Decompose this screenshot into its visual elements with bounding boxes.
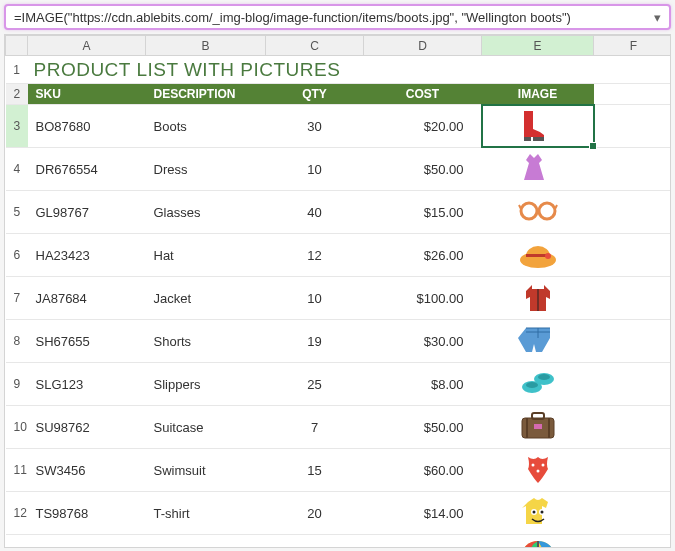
cell-description[interactable]: Umbrella <box>146 535 266 549</box>
cell-qty[interactable]: 30 <box>266 105 364 148</box>
cell-cost[interactable]: $100.00 <box>364 277 482 320</box>
glasses-icon <box>517 192 559 230</box>
cell-cost[interactable]: $8.00 <box>364 363 482 406</box>
cell-sku[interactable]: HA23423 <box>28 234 146 277</box>
header-sku[interactable]: SKU <box>28 84 146 105</box>
cell-description[interactable]: T-shirt <box>146 492 266 535</box>
cell-sku[interactable]: SH67655 <box>28 320 146 363</box>
cell-sku[interactable]: SU98762 <box>28 406 146 449</box>
cell-sku[interactable]: TS98768 <box>28 492 146 535</box>
cell-sku[interactable]: GL98767 <box>28 191 146 234</box>
table-row: 11 SW3456 Swimsuit 15 $60.00 <box>6 449 672 492</box>
cell-qty[interactable]: 19 <box>266 320 364 363</box>
row-header-4[interactable]: 4 <box>6 148 28 191</box>
col-header-B[interactable]: B <box>146 36 266 56</box>
cell-image[interactable] <box>482 105 594 148</box>
row-header-1[interactable]: 1 <box>6 56 28 84</box>
cell-sku[interactable]: SW3456 <box>28 449 146 492</box>
cell-cost[interactable]: $50.00 <box>364 406 482 449</box>
cell-cost[interactable]: $60.00 <box>364 449 482 492</box>
row-header-12[interactable]: 12 <box>6 492 28 535</box>
cell-qty[interactable]: 25 <box>266 535 364 549</box>
header-image[interactable]: IMAGE <box>482 84 594 105</box>
cell-qty[interactable]: 10 <box>266 148 364 191</box>
column-headers[interactable]: A B C D E F <box>6 36 672 56</box>
cell-sku[interactable]: BO87680 <box>28 105 146 148</box>
cell-image[interactable] <box>482 191 594 234</box>
cell-cost[interactable]: $30.00 <box>364 320 482 363</box>
cell-F11[interactable] <box>594 449 672 492</box>
row-header-13[interactable]: 13 <box>6 535 28 549</box>
cell-F9[interactable] <box>594 363 672 406</box>
cell-image[interactable] <box>482 234 594 277</box>
cell-cost[interactable]: $26.00 <box>364 234 482 277</box>
col-header-E[interactable]: E <box>482 36 594 56</box>
cell-qty[interactable]: 15 <box>266 449 364 492</box>
cell-F12[interactable] <box>594 492 672 535</box>
cell-image[interactable] <box>482 148 594 191</box>
cell-description[interactable]: Jacket <box>146 277 266 320</box>
formula-bar[interactable]: =IMAGE("https://cdn.ablebits.com/_img-bl… <box>4 4 671 30</box>
cell-description[interactable]: Slippers <box>146 363 266 406</box>
cell-image[interactable] <box>482 406 594 449</box>
cell-cost[interactable]: $18.00 <box>364 535 482 549</box>
cell-qty[interactable]: 20 <box>266 492 364 535</box>
col-header-D[interactable]: D <box>364 36 482 56</box>
cell-sku[interactable]: SLG123 <box>28 363 146 406</box>
row-header-11[interactable]: 11 <box>6 449 28 492</box>
cell-cost[interactable]: $15.00 <box>364 191 482 234</box>
row-header-9[interactable]: 9 <box>6 363 28 406</box>
header-desc[interactable]: DESCRIPTION <box>146 84 266 105</box>
cell-F6[interactable] <box>594 234 672 277</box>
row-header-7[interactable]: 7 <box>6 277 28 320</box>
cell-F8[interactable] <box>594 320 672 363</box>
row-header-2[interactable]: 2 <box>6 84 28 105</box>
cell-sku[interactable]: JA87684 <box>28 277 146 320</box>
col-header-A[interactable]: A <box>28 36 146 56</box>
cell-sku[interactable]: UM7875 <box>28 535 146 549</box>
cell-F4[interactable] <box>594 148 672 191</box>
cell-F7[interactable] <box>594 277 672 320</box>
cell-qty[interactable]: 12 <box>266 234 364 277</box>
chevron-down-icon[interactable]: ▾ <box>649 10 661 25</box>
select-all-corner[interactable] <box>6 36 28 56</box>
cell-qty[interactable]: 25 <box>266 363 364 406</box>
cell-description[interactable]: Hat <box>146 234 266 277</box>
cell-description[interactable]: Swimsuit <box>146 449 266 492</box>
cell-description[interactable]: Boots <box>146 105 266 148</box>
cell-F13[interactable] <box>594 535 672 549</box>
cell-description[interactable]: Glasses <box>146 191 266 234</box>
cell-qty[interactable]: 40 <box>266 191 364 234</box>
row-header-8[interactable]: 8 <box>6 320 28 363</box>
cell-cost[interactable]: $50.00 <box>364 148 482 191</box>
title-row: 1 PRODUCT LIST WITH PICTURES <box>6 56 672 84</box>
cell-F5[interactable] <box>594 191 672 234</box>
cell-image[interactable] <box>482 492 594 535</box>
col-header-F[interactable]: F <box>594 36 672 56</box>
cell-image[interactable] <box>482 363 594 406</box>
col-header-C[interactable]: C <box>266 36 364 56</box>
cell-image[interactable] <box>482 320 594 363</box>
header-cost[interactable]: COST <box>364 84 482 105</box>
cell-description[interactable]: Dress <box>146 148 266 191</box>
cell-qty[interactable]: 10 <box>266 277 364 320</box>
cell-image[interactable] <box>482 535 594 549</box>
row-header-5[interactable]: 5 <box>6 191 28 234</box>
cell-image[interactable] <box>482 449 594 492</box>
row-header-3[interactable]: 3 <box>6 105 28 148</box>
header-qty[interactable]: QTY <box>266 84 364 105</box>
cell-image[interactable] <box>482 277 594 320</box>
worksheet-grid[interactable]: A B C D E F 1 PRODUCT LIST WITH PICTURES… <box>4 34 671 548</box>
row-header-6[interactable]: 6 <box>6 234 28 277</box>
cell-cost[interactable]: $14.00 <box>364 492 482 535</box>
row-header-10[interactable]: 10 <box>6 406 28 449</box>
cell-F10[interactable] <box>594 406 672 449</box>
cell-description[interactable]: Suitcase <box>146 406 266 449</box>
cell-cost[interactable]: $20.00 <box>364 105 482 148</box>
cell-sku[interactable]: DR676554 <box>28 148 146 191</box>
cell-F2[interactable] <box>594 84 672 105</box>
cell-F3[interactable] <box>594 105 672 148</box>
page-title[interactable]: PRODUCT LIST WITH PICTURES <box>28 56 672 84</box>
cell-description[interactable]: Shorts <box>146 320 266 363</box>
cell-qty[interactable]: 7 <box>266 406 364 449</box>
